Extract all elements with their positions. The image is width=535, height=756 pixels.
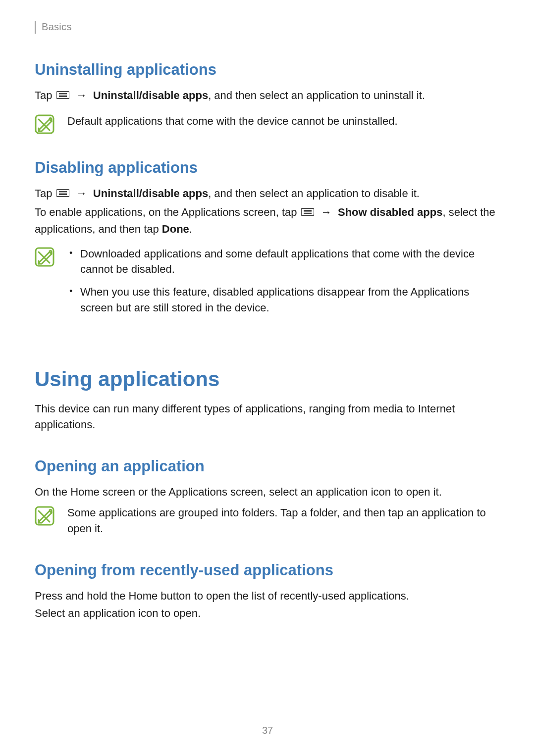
heading-using-applications: Using applications — [35, 367, 500, 391]
note-bullet: When you use this feature, disabled appl… — [67, 284, 500, 316]
menu-icon — [301, 205, 314, 221]
header: Basics — [35, 20, 500, 34]
page-number: 37 — [0, 725, 535, 736]
text-bold: Done — [162, 223, 189, 235]
using-intro: This device can run many different types… — [35, 401, 500, 433]
text: To enable applications, on the Applicati… — [35, 206, 300, 218]
menu-icon — [56, 187, 69, 202]
page: Basics Uninstalling applications Tap → U… — [0, 0, 535, 756]
opening-p1: On the Home screen or the Applications s… — [35, 484, 500, 500]
note-bullet: Downloaded applications and some default… — [67, 246, 500, 278]
arrow-icon: → — [76, 187, 87, 200]
recent-p1: Press and hold the Home button to open t… — [35, 588, 500, 604]
note-text: Default applications that come with the … — [67, 113, 500, 129]
note-block: Downloaded applications and some default… — [35, 246, 500, 323]
note-icon — [35, 114, 54, 134]
disabling-instruction-2: To enable applications, on the Applicati… — [35, 204, 500, 237]
text-bold: Uninstall/disable apps — [93, 89, 208, 101]
note-block: Default applications that come with the … — [35, 113, 500, 134]
text-bold: Uninstall/disable apps — [93, 187, 208, 200]
note-bullet-list: Downloaded applications and some default… — [67, 246, 500, 316]
text: Tap — [35, 89, 55, 101]
arrow-icon: → — [76, 89, 87, 101]
text: , and then select an application to unin… — [208, 89, 425, 101]
breadcrumb: Basics — [42, 21, 72, 33]
text: . — [189, 223, 192, 235]
note-body: Downloaded applications and some default… — [67, 246, 500, 323]
menu-icon — [56, 89, 69, 104]
uninstalling-instruction: Tap → Uninstall/disable apps, and then s… — [35, 88, 500, 104]
text-bold: Show disabled apps — [338, 206, 442, 218]
heading-opening: Opening an application — [35, 457, 500, 475]
note-icon — [35, 247, 54, 267]
heading-uninstalling: Uninstalling applications — [35, 61, 500, 79]
text: Tap — [35, 187, 55, 200]
note-icon — [35, 506, 54, 526]
note-text: Some applications are grouped into folde… — [67, 505, 500, 537]
heading-disabling: Disabling applications — [35, 159, 500, 177]
recent-p2: Select an application icon to open. — [35, 605, 500, 621]
arrow-icon: → — [321, 206, 332, 218]
heading-recent: Opening from recently-used applications — [35, 561, 500, 579]
note-block: Some applications are grouped into folde… — [35, 505, 500, 537]
text: , and then select an application to disa… — [208, 187, 420, 200]
disabling-instruction-1: Tap → Uninstall/disable apps, and then s… — [35, 186, 500, 202]
